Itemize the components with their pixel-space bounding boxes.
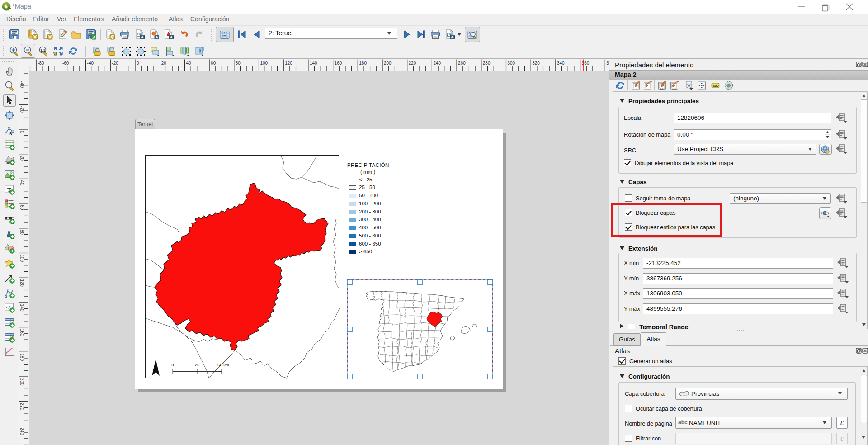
svg-text:300: 300 bbox=[508, 61, 515, 66]
svg-text:100: 100 bbox=[19, 255, 24, 262]
svg-text:0: 0 bbox=[171, 362, 174, 367]
svg-text:50 km: 50 km bbox=[217, 362, 229, 367]
svg-text:160: 160 bbox=[19, 329, 24, 336]
svg-text:120: 120 bbox=[285, 61, 292, 66]
svg-text:60: 60 bbox=[19, 205, 24, 210]
svg-text:100: 100 bbox=[260, 61, 268, 66]
svg-text:80: 80 bbox=[19, 230, 24, 235]
svg-text:140: 140 bbox=[310, 61, 317, 66]
svg-text:200: 200 bbox=[19, 378, 24, 386]
svg-text:-80: -80 bbox=[38, 61, 44, 66]
svg-text:-20: -20 bbox=[19, 106, 24, 113]
svg-text:180: 180 bbox=[359, 61, 367, 66]
svg-text:120: 120 bbox=[19, 279, 24, 287]
svg-text:240: 240 bbox=[433, 61, 441, 66]
svg-text:0: 0 bbox=[137, 61, 139, 66]
svg-text:160: 160 bbox=[335, 61, 342, 66]
svg-text:140: 140 bbox=[19, 304, 24, 312]
svg-text:40: 40 bbox=[19, 180, 24, 185]
svg-text:1:1: 1:1 bbox=[40, 48, 45, 52]
svg-text:200: 200 bbox=[384, 61, 392, 66]
svg-text:abc: abc bbox=[713, 84, 719, 88]
svg-text:20: 20 bbox=[161, 61, 167, 66]
svg-text:40: 40 bbox=[186, 61, 191, 66]
svg-text:25: 25 bbox=[195, 362, 200, 367]
svg-text:240: 240 bbox=[19, 427, 24, 435]
svg-text:220: 220 bbox=[409, 61, 416, 66]
svg-text:320: 320 bbox=[532, 61, 540, 66]
svg-text:80: 80 bbox=[236, 61, 241, 66]
svg-text:260: 260 bbox=[458, 61, 466, 66]
svg-text:-20: -20 bbox=[112, 61, 118, 66]
svg-text:-40: -40 bbox=[87, 61, 94, 66]
svg-text:20: 20 bbox=[19, 156, 24, 161]
svg-text:220: 220 bbox=[19, 403, 24, 411]
svg-text:340: 340 bbox=[557, 61, 565, 66]
svg-text:180: 180 bbox=[19, 353, 24, 361]
svg-text:60: 60 bbox=[211, 61, 216, 66]
svg-text:-40: -40 bbox=[19, 81, 24, 88]
svg-text:123: 123 bbox=[672, 87, 677, 90]
svg-text:123: 123 bbox=[660, 87, 665, 90]
svg-text:280: 280 bbox=[483, 61, 491, 66]
svg-text:0: 0 bbox=[19, 131, 24, 133]
svg-text:-60: -60 bbox=[62, 61, 69, 66]
svg-text:360: 360 bbox=[582, 61, 590, 66]
